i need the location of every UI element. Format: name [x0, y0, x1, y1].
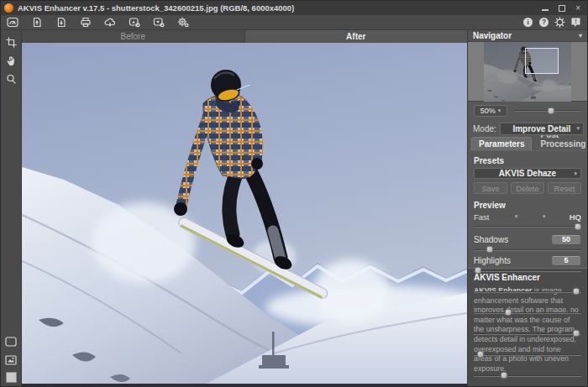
param-slider-thumb[interactable]: [476, 350, 484, 358]
hand-tool-icon[interactable]: [4, 54, 18, 67]
preview-mark-icon: ▾: [543, 213, 546, 220]
open-image-icon[interactable]: [30, 16, 44, 29]
tab-after[interactable]: After: [245, 30, 468, 43]
presets-dropdown[interactable]: AKVIS Dehaze ▾: [474, 168, 581, 179]
svg-text:?: ?: [541, 18, 545, 26]
param-slider-thumb[interactable]: [475, 266, 482, 274]
mode-row: Mode: Improve Detail ▾: [468, 120, 587, 137]
param-row-shadows: Shadows 50: [474, 233, 581, 253]
panel-tabbar: Parameters Post Processing: [468, 137, 587, 151]
zoom-level-value: 50%: [480, 107, 496, 115]
close-icon[interactable]: ×: [575, 4, 580, 13]
param-slider[interactable]: [474, 287, 581, 295]
tools-sidebar: [1, 30, 22, 386]
mode-value: Improve Detail: [501, 124, 583, 133]
navigator-preview-image[interactable]: [484, 42, 571, 102]
param-slider[interactable]: [474, 371, 581, 379]
save-image-icon[interactable]: [55, 16, 68, 29]
svg-text:!: !: [575, 18, 577, 25]
param-slider-thumb[interactable]: [504, 308, 512, 316]
minimize-icon[interactable]: [542, 5, 549, 11]
image-area: Before After: [22, 30, 467, 386]
param-value-field[interactable]: 50: [551, 234, 581, 245]
param-label: Shadows: [474, 235, 508, 244]
title-bar: AKVIS Enhancer v.17.5 - shutterstock_342…: [1, 1, 587, 15]
navigator-collapse-icon[interactable]: ▾: [579, 32, 582, 39]
param-slider-thumb[interactable]: [572, 287, 580, 295]
akvis-logo-icon: [4, 3, 13, 13]
about-title: AKVIS Enhancer: [474, 273, 581, 282]
param-slider[interactable]: [474, 245, 581, 253]
image-info-icon[interactable]: [4, 353, 18, 367]
zoom-controls: 50% ▾: [468, 102, 587, 120]
window-title: AKVIS Enhancer v.17.5 - shutterstock_342…: [18, 3, 294, 13]
preview-mark-icon: ▾: [515, 213, 518, 220]
mode-dropdown[interactable]: Improve Detail ▾: [500, 123, 584, 135]
crop-tool-icon[interactable]: [4, 35, 18, 49]
preferences-gear-icon[interactable]: [553, 16, 566, 29]
workspace-icon[interactable]: [6, 16, 19, 29]
navigator-title: Navigator: [473, 31, 512, 40]
navigator-header[interactable]: Navigator ▾: [468, 30, 587, 42]
param-slider-thumb[interactable]: [486, 245, 494, 253]
save-preset-button[interactable]: Save: [474, 182, 507, 194]
preview-hq-label: HQ: [570, 212, 581, 222]
param-slider[interactable]: [474, 308, 581, 316]
param-label: Highlights: [474, 256, 511, 265]
import-presets-icon[interactable]: [128, 16, 141, 29]
navigator-view-rect[interactable]: [525, 48, 559, 74]
preset-selected: AKVIS Dehaze: [475, 169, 580, 178]
maximize-icon[interactable]: [559, 5, 565, 12]
app-window: AKVIS Enhancer v.17.5 - shutterstock_342…: [0, 0, 588, 387]
param-slider-thumb[interactable]: [500, 371, 507, 379]
preview-fast-label: Fast: [474, 212, 489, 222]
param-row-highlights: Highlights 5: [474, 254, 581, 274]
tab-before[interactable]: Before: [22, 30, 244, 43]
print-icon[interactable]: [79, 16, 92, 29]
delete-preset-button[interactable]: Delete: [511, 182, 544, 194]
param-value-field[interactable]: 5: [551, 255, 581, 266]
preview-slider-thumb[interactable]: [575, 223, 582, 231]
about-box: AKVIS Enhancer AKVIS Enhancer is image e…: [468, 268, 587, 386]
param-slider[interactable]: [474, 266, 581, 274]
share-publish-icon[interactable]: [103, 16, 117, 29]
param-slider[interactable]: [474, 350, 581, 358]
param-slider[interactable]: [474, 329, 581, 337]
tab-parameters[interactable]: Parameters: [471, 137, 532, 150]
preview-label: Preview: [474, 201, 581, 210]
zoom-slider[interactable]: [514, 106, 581, 116]
main-toolbar: i ? !: [1, 15, 587, 30]
navigator-thumbnail: [468, 42, 587, 102]
feedback-icon[interactable]: !: [569, 16, 582, 29]
chevron-down-icon: ▾: [498, 107, 501, 114]
zoom-level-button[interactable]: 50% ▾: [474, 105, 507, 117]
zoom-slider-thumb[interactable]: [548, 107, 555, 115]
settings-panel: Navigator ▾ 50% ▾ Mode:: [467, 30, 587, 386]
mode-label: Mode:: [473, 124, 496, 133]
presets-label: Presets: [474, 156, 581, 165]
chevron-down-icon: ▾: [576, 125, 580, 132]
preview-quality-slider[interactable]: [474, 222, 581, 232]
batch-processing-icon[interactable]: [176, 16, 190, 29]
view-tabbar: Before After: [22, 30, 467, 43]
photo-canvas[interactable]: [22, 43, 467, 386]
info-icon[interactable]: i: [521, 16, 534, 29]
help-icon[interactable]: ?: [537, 16, 550, 29]
export-presets-icon[interactable]: [152, 16, 165, 29]
param-slider-thumb[interactable]: [572, 329, 580, 337]
zoom-tool-icon[interactable]: [4, 72, 18, 86]
reset-preset-button[interactable]: Reset: [548, 182, 581, 194]
background-color-swatch[interactable]: [6, 372, 17, 383]
chevron-down-icon: ▾: [574, 170, 577, 177]
fullscreen-icon[interactable]: [4, 335, 18, 348]
